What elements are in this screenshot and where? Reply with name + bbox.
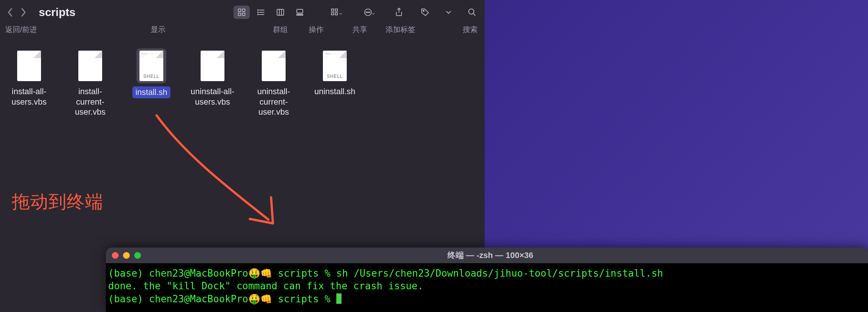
terminal-titlebar[interactable]: 终端 — -zsh — 100×36 <box>106 248 868 263</box>
icon-view-button[interactable] <box>233 6 250 19</box>
file-item[interactable]: uninstall-all-users.vbs <box>189 46 236 110</box>
svg-rect-1 <box>242 9 245 12</box>
file-item[interactable]: #!/bin/sh # ...... # ...... # ...... # .… <box>311 46 359 100</box>
tags-button[interactable] <box>417 6 433 19</box>
terminal-line-3: (base) chen23@MacBookPro🤑👊 scripts % <box>108 293 336 305</box>
svg-point-25 <box>423 10 424 12</box>
view-mode-group <box>233 6 308 19</box>
gallery-view-button[interactable] <box>292 6 308 19</box>
svg-point-9 <box>258 14 258 15</box>
file-label: uninstall-all-users.vbs <box>190 86 235 107</box>
shell-file-icon: #!/bin/sh # ...... # ...... # ...... # .… <box>323 51 347 81</box>
terminal-title: 终端 — -zsh — 100×36 <box>141 250 840 261</box>
file-item[interactable]: install-current-user.vbs <box>66 46 114 120</box>
list-view-button[interactable] <box>253 6 269 19</box>
terminal-window: 终端 — -zsh — 100×36 (base) chen23@MacBook… <box>106 248 868 312</box>
dropdown-button[interactable] <box>443 6 454 19</box>
file-label: uninstall-current-user.vbs <box>251 86 296 117</box>
svg-rect-16 <box>301 14 303 15</box>
file-label: uninstall.sh <box>314 86 355 97</box>
terminal-line-2: done. the "kill Dock" command can fix th… <box>108 280 423 292</box>
nav-arrows <box>4 7 29 18</box>
share-label: 共享 <box>350 25 370 35</box>
document-file-icon <box>78 51 102 81</box>
svg-rect-18 <box>335 9 337 11</box>
file-item[interactable]: uninstall-current-user.vbs <box>250 46 298 120</box>
svg-point-24 <box>369 12 370 13</box>
file-item[interactable]: #!/bin/sh # ...... # ...... # ...... # .… <box>128 46 175 101</box>
action-menu-button[interactable]: ⌄ <box>358 6 381 19</box>
terminal-body[interactable]: (base) chen23@MacBookPro🤑👊 scripts % sh … <box>106 263 868 312</box>
document-file-icon <box>17 51 41 81</box>
nav-label: 返回/前进 <box>4 25 38 35</box>
toolbar-group-right: ⌄ ⌄ <box>325 6 480 19</box>
document-file-icon <box>201 51 224 81</box>
svg-line-27 <box>473 13 475 16</box>
finder-title: scripts <box>39 6 75 19</box>
window-controls <box>112 252 141 259</box>
minimize-window-button[interactable] <box>123 252 130 259</box>
svg-rect-20 <box>335 13 337 15</box>
svg-rect-0 <box>238 9 241 12</box>
svg-point-22 <box>366 12 367 13</box>
svg-point-23 <box>368 12 368 13</box>
finder-toolbar: scripts <box>0 0 485 25</box>
file-item[interactable]: install-all-users.vbs <box>5 46 53 110</box>
zoom-window-button[interactable] <box>134 252 141 259</box>
search-button[interactable] <box>464 6 480 19</box>
close-window-button[interactable] <box>112 252 119 259</box>
action-label: 操作 <box>306 25 326 35</box>
forward-button[interactable] <box>18 7 29 18</box>
svg-point-7 <box>258 10 258 10</box>
svg-rect-13 <box>297 9 303 13</box>
document-file-icon <box>262 51 286 81</box>
file-label: install.sh <box>132 86 170 98</box>
shell-badge: SHELL <box>141 74 161 79</box>
toolbar-sublabels: 返回/前进 显示 群组 操作 共享 添加标签 搜索 <box>0 25 485 35</box>
svg-rect-17 <box>331 9 334 11</box>
svg-point-26 <box>469 9 474 14</box>
file-label: install-all-users.vbs <box>7 86 51 107</box>
svg-rect-14 <box>297 14 298 15</box>
svg-rect-19 <box>331 13 334 15</box>
search-label: 搜索 <box>460 25 480 35</box>
share-button[interactable] <box>391 6 407 19</box>
svg-rect-15 <box>299 14 301 15</box>
terminal-cursor <box>336 293 342 304</box>
tags-label: 添加标签 <box>386 25 415 35</box>
svg-rect-2 <box>238 13 241 16</box>
group-by-button[interactable]: ⌄ <box>325 6 348 19</box>
file-label: install-current-user.vbs <box>68 86 113 117</box>
view-label: 显示 <box>82 25 234 35</box>
svg-rect-3 <box>242 13 245 16</box>
shell-file-icon: #!/bin/sh # ...... # ...... # ...... # .… <box>139 51 163 81</box>
column-view-button[interactable] <box>272 6 289 19</box>
svg-point-8 <box>258 12 258 13</box>
annotation-text: 拖动到终端 <box>12 190 103 214</box>
shell-badge: SHELL <box>325 74 345 79</box>
terminal-line-1: (base) chen23@MacBookPro🤑👊 scripts % sh … <box>108 268 663 279</box>
back-button[interactable] <box>4 7 16 18</box>
group-label: 群组 <box>270 25 290 35</box>
svg-rect-10 <box>277 9 284 15</box>
